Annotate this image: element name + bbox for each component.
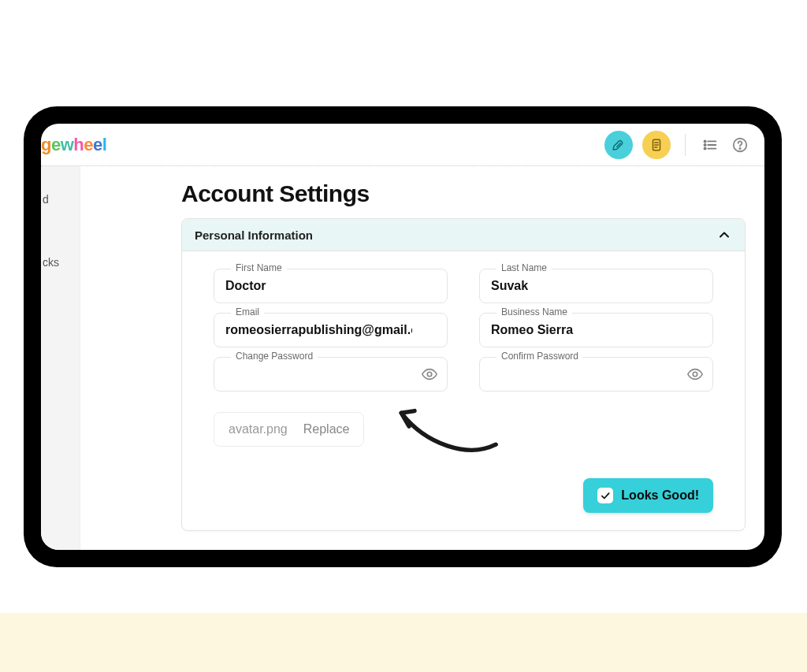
brand-letter: e <box>84 135 93 154</box>
page-bottom-band <box>0 613 807 672</box>
panel-actions: Looks Good! <box>214 478 713 513</box>
panel-header[interactable]: Personal Information <box>182 219 745 251</box>
document-button[interactable] <box>642 131 671 159</box>
tablet-frame: gewheel d <box>24 106 782 567</box>
form-row: First Name Last Name <box>214 269 713 303</box>
content-area: Account Settings Personal Information Fi… <box>80 166 764 550</box>
check-icon <box>600 490 611 501</box>
screen: gewheel d <box>41 124 764 550</box>
check-icon-wrap <box>597 488 613 503</box>
confirm-password-input[interactable] <box>479 357 713 392</box>
business-name-field-wrap: Business Name <box>479 313 713 347</box>
change-password-field-wrap: Change Password <box>214 357 448 392</box>
change-password-input[interactable] <box>214 357 448 392</box>
brand-letter: g <box>41 135 51 154</box>
brand-letter: h <box>73 135 84 154</box>
panel-body: First Name Last Name Email <box>182 251 745 530</box>
svg-point-11 <box>739 147 740 148</box>
topbar: gewheel <box>41 124 764 166</box>
looks-good-button[interactable]: Looks Good! <box>583 478 713 513</box>
business-name-input[interactable] <box>479 313 713 347</box>
replace-avatar-button[interactable]: Replace <box>303 422 350 436</box>
eye-icon <box>421 366 438 383</box>
vertical-divider <box>685 134 686 156</box>
brand-letter: e <box>93 135 102 154</box>
svg-point-13 <box>693 372 697 377</box>
eye-icon <box>686 366 704 383</box>
change-password-label: Change Password <box>231 351 318 362</box>
brand-letter: l <box>102 135 107 154</box>
form-row: Email Business Name <box>214 313 713 347</box>
sidebar: d cks <box>41 166 80 550</box>
upload-row: avatar.png Replace <box>214 412 713 447</box>
main-area: d cks Account Settings Personal Informat… <box>41 166 764 550</box>
show-password-toggle[interactable] <box>686 366 704 383</box>
personal-info-panel: Personal Information First Name Last Nam… <box>181 218 746 531</box>
chevron-up-icon <box>716 227 732 243</box>
confirm-password-label: Confirm Password <box>496 351 583 362</box>
help-icon <box>731 136 749 154</box>
rocket-icon <box>612 138 626 152</box>
last-name-input[interactable] <box>479 269 713 303</box>
email-input[interactable] <box>214 313 448 347</box>
panel-title: Personal Information <box>195 228 313 242</box>
brand-letter: e <box>51 135 61 154</box>
business-name-label: Business Name <box>496 306 572 317</box>
topbar-right <box>604 131 750 159</box>
brand-logo: gewheel <box>41 135 106 155</box>
first-name-label: First Name <box>231 262 287 273</box>
first-name-input[interactable] <box>214 269 448 303</box>
avatar-filename: avatar.png <box>229 422 288 436</box>
looks-good-label: Looks Good! <box>621 488 699 503</box>
sidebar-item[interactable]: cks <box>41 243 80 281</box>
document-icon <box>649 138 664 152</box>
email-field-wrap: Email <box>214 313 448 347</box>
svg-point-4 <box>704 140 705 142</box>
last-name-field-wrap: Last Name <box>479 269 713 303</box>
svg-point-8 <box>704 147 705 149</box>
avatar-upload: avatar.png Replace <box>214 412 364 447</box>
svg-point-6 <box>704 143 705 145</box>
first-name-field-wrap: First Name <box>214 269 448 303</box>
svg-point-12 <box>427 372 432 377</box>
show-password-toggle[interactable] <box>421 366 438 383</box>
email-label: Email <box>231 306 264 317</box>
sidebar-item[interactable] <box>41 218 80 243</box>
rocket-button[interactable] <box>604 131 633 159</box>
menu-list-button[interactable] <box>700 135 720 155</box>
confirm-password-field-wrap: Confirm Password <box>479 357 713 392</box>
page-title: Account Settings <box>181 180 746 207</box>
form-row: Change Password Confirm Password <box>214 357 713 392</box>
last-name-label: Last Name <box>496 262 552 273</box>
list-icon <box>701 136 719 154</box>
sidebar-item[interactable]: d <box>41 180 80 218</box>
brand-letter: w <box>61 135 74 154</box>
help-button[interactable] <box>730 135 750 155</box>
